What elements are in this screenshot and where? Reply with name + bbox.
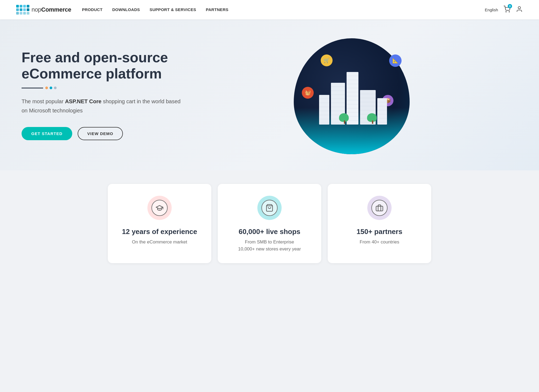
divider-line [22, 88, 43, 88]
stat-value-3: 150+ partners [336, 228, 423, 236]
stat-icon-wrap-1 [116, 196, 203, 220]
divider-dot-orange [45, 87, 48, 89]
tree-left [339, 113, 350, 127]
stat-value-1: 12 years of experience [116, 228, 203, 236]
nav-right: English 0 [485, 6, 523, 14]
nav-downloads[interactable]: DOWNLOADS [112, 7, 140, 12]
user-account-button[interactable] [516, 6, 523, 14]
logo-dot [16, 8, 19, 11]
stats-grid: 12 years of experience On the eCommerce … [108, 184, 431, 263]
get-started-button[interactable]: GET STARTED [22, 127, 72, 140]
logo-dot [23, 8, 26, 11]
hero-buttons: GET STARTED VIEW DEMO [22, 127, 183, 140]
stat-icon-bg-3 [367, 196, 392, 220]
building-5 [377, 98, 387, 125]
nav-partners[interactable]: PARTNERS [206, 7, 229, 12]
hero-illustration: 🛒 🧺 📦 📐 [183, 38, 523, 152]
language-selector[interactable]: English [485, 8, 498, 12]
logo-dot [23, 5, 26, 8]
stat-value-2: 60,000+ live shops [226, 228, 313, 236]
divider-dot-teal [50, 87, 52, 89]
logo-dot [27, 8, 29, 11]
logo-dots [16, 5, 29, 15]
stat-desc-1: On the eCommerce market [116, 239, 203, 246]
nav-product[interactable]: PRODUCT [82, 7, 102, 12]
stat-card-partners: 150+ partners From 40+ countries [328, 184, 431, 263]
stat-icon-wrap-2 [226, 196, 313, 220]
nav-menu: PRODUCT DOWNLOADS SUPPORT & SERVICES PAR… [82, 7, 485, 12]
logo-dot [16, 5, 19, 8]
divider-dots [45, 87, 57, 89]
float-badge-cube: 📐 [389, 54, 402, 67]
hero-divider [22, 87, 183, 89]
illustration-container: 🛒 🧺 📦 📐 [288, 38, 418, 152]
stat-desc-2: From SMB to Enterprise 10,000+ new store… [226, 239, 313, 252]
svg-point-1 [509, 12, 510, 12]
logo-dot [20, 5, 22, 8]
hero-title: Free and open-source eCommerce platform [22, 50, 183, 82]
hero-subtitle: The most popular ASP.NET Core shopping c… [22, 97, 183, 115]
float-badge-basket: 🧺 [302, 87, 314, 99]
navbar: nopCommerce PRODUCT DOWNLOADS SUPPORT & … [0, 0, 539, 19]
divider-dot-gray [54, 87, 57, 89]
building-4 [319, 95, 329, 125]
stat-card-experience: 12 years of experience On the eCommerce … [108, 184, 211, 263]
logo-dot [27, 12, 29, 15]
stat-icon-bg-2 [257, 196, 282, 220]
svg-point-0 [506, 12, 506, 12]
stat-card-shops: 60,000+ live shops From SMB to Enterpris… [218, 184, 321, 263]
cart-count: 0 [508, 4, 512, 8]
svg-point-2 [518, 6, 521, 9]
stat-icon-inner-1 [151, 200, 168, 216]
user-icon [516, 6, 523, 13]
logo-text: nopCommerce [32, 6, 71, 13]
graduation-icon [156, 204, 164, 212]
svg-rect-4 [376, 206, 383, 211]
float-badge-cart: 🛒 [321, 54, 333, 66]
view-demo-button[interactable]: VIEW DEMO [78, 127, 123, 140]
hero-content: Free and open-source eCommerce platform … [22, 50, 183, 140]
stat-icon-bg-1 [147, 196, 172, 220]
briefcase-icon [375, 204, 383, 212]
shopping-bag-icon [265, 204, 274, 212]
nav-support[interactable]: SUPPORT & SERVICES [150, 7, 196, 12]
stat-icon-wrap-3 [336, 196, 423, 220]
stat-icon-inner-3 [371, 200, 388, 216]
cart-button[interactable]: 0 [503, 6, 510, 14]
logo-dot [27, 5, 29, 8]
logo-dot [20, 8, 22, 11]
hero-section: Free and open-source eCommerce platform … [0, 19, 539, 170]
logo-dot [23, 12, 26, 15]
logo-link[interactable]: nopCommerce [16, 5, 71, 15]
logo-dot [20, 12, 22, 15]
tree-right [367, 113, 378, 127]
stats-section: 12 years of experience On the eCommerce … [0, 170, 539, 277]
stat-icon-inner-2 [261, 200, 278, 216]
logo-dot [16, 12, 19, 15]
stat-desc-3: From 40+ countries [336, 239, 423, 246]
